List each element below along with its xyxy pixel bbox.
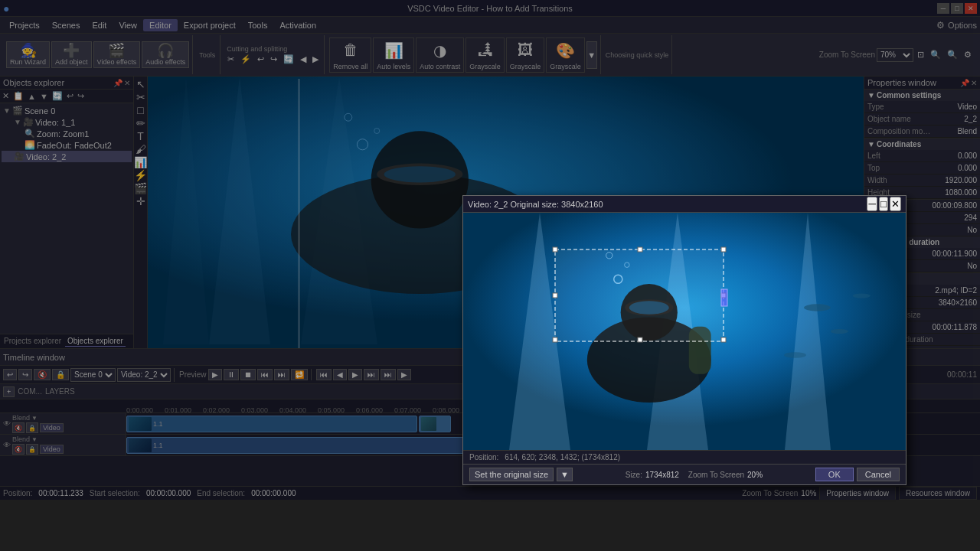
options-label[interactable]: Options [948,21,977,30]
projects-explorer-tab[interactable]: Projects explorer [2,336,64,347]
settings-button[interactable]: ⚙ [962,49,974,60]
auto-levels-button[interactable]: 📊 Auto levels [373,37,414,73]
cut-tool-3[interactable]: ↩ [255,54,266,65]
text-tool[interactable]: T [135,130,147,142]
menu-view[interactable]: View [113,19,143,31]
tl-loop-button[interactable]: 🔁 [291,369,308,380]
menu-export[interactable]: Export project [178,19,242,31]
objects-explorer-tab[interactable]: Objects explorer [65,336,126,347]
dialog-title-bar[interactable]: Video: 2_2 Original size: 3840x2160 ─ □ … [463,196,906,213]
zoom-select[interactable]: 70%50%100% [877,48,913,62]
tl-rewind-button[interactable]: ⏮ [257,369,273,380]
auto-contrast-button[interactable]: ◑ Auto contrast [416,37,464,73]
menu-activation[interactable]: Activation [273,19,322,31]
shape-tool[interactable]: □ [135,104,147,116]
tree-item-video22[interactable]: 🎥 Video: 2_2 [2,151,132,162]
properties-window-tab[interactable]: Properties window [819,487,896,500]
dialog-maximize-button[interactable]: □ [879,197,888,211]
track-1-dropdown[interactable]: ▼ [31,415,38,422]
dialog-close-button[interactable]: ✕ [890,197,901,211]
obj-refresh-button[interactable]: 🔄 [51,90,64,102]
coordinates-header[interactable]: ▼ Coordinates [864,139,980,150]
cut-tool-7[interactable]: ▶ [310,54,321,65]
track-1-clip-2[interactable] [419,416,451,432]
run-wizard-button[interactable]: 🧙 Run Wizard [6,41,50,68]
maximize-button[interactable]: □ [951,3,963,14]
menu-editor[interactable]: Editor [143,19,178,31]
cut-tool-2[interactable]: ⚡ [238,54,253,65]
scene-select[interactable]: Scene 0 [70,368,116,382]
cut-tool-5[interactable]: 🔄 [281,54,296,65]
obj-up-button[interactable]: ▲ [26,91,38,102]
audio-effects-button[interactable]: 🎧 Audio effects [142,41,189,68]
tl-lock-button[interactable]: 🔒 [52,369,69,380]
zoom-out-button[interactable]: 🔍 [928,49,943,60]
video-effects-button[interactable]: 🎬 Video effects [93,41,141,68]
tl-forward-button[interactable]: ⏭ [274,369,289,380]
obj-redo-button[interactable]: ↪ [76,90,86,102]
tl-step-button[interactable]: ⏭ [381,369,396,380]
grayscale-button-1[interactable]: 🏞 Grayscale [466,37,505,73]
paint-tool[interactable]: 🖌 [135,143,147,155]
add-object-button[interactable]: ➕ Add object [51,41,92,68]
prop-close-button[interactable]: ✕ [971,79,977,87]
track-2-lock-btn[interactable]: 🔒 [26,444,38,455]
grayscale-button-2[interactable]: 🖼 Grayscale [506,37,545,73]
tl-redo-button[interactable]: ↪ [18,369,32,380]
tl-end-button[interactable]: ⏭ [364,369,379,380]
obj-delete-button[interactable]: ✕ [1,90,11,102]
track-1-lock-btn[interactable]: 🔒 [26,422,38,433]
pen-tool[interactable]: ✏ [135,117,147,129]
track-2-blend[interactable]: Blend [12,435,30,443]
filter-more-button[interactable]: ▼ [586,41,597,69]
pointer-tool[interactable]: ↖ [135,78,147,90]
objects-pin-button[interactable]: 📌 [113,79,122,87]
dialog-cancel-button[interactable]: Cancel [857,468,900,481]
tree-item-scene0[interactable]: ▼ 🎬 Scene 0 [2,105,132,116]
chart-tool[interactable]: 📊 [135,156,147,168]
menu-edit[interactable]: Edit [86,19,113,31]
zoom-in-button[interactable]: 🔍 [945,49,960,60]
cut-tool-1[interactable]: ✂ [225,54,237,65]
tl-undo-button[interactable]: ↩ [3,369,17,380]
tl-play-button[interactable]: ▶ [208,369,222,380]
track-2-audio-btn[interactable]: 🔇 [12,444,24,455]
grayscale-button-3[interactable]: 🎨 Grayscale [546,37,585,73]
remove-all-button[interactable]: 🗑 Remove all [329,37,371,73]
crop-tool[interactable]: ✂ [135,91,147,103]
track-1-clip-1[interactable]: 1.1 [126,416,417,432]
tl-prev-button[interactable]: ◀ [333,369,347,380]
track-1-eye[interactable]: 👁 [3,419,11,428]
move-tool[interactable]: ✛ [135,195,147,207]
obj-undo-button[interactable]: ↩ [65,90,75,102]
cut-tool-4[interactable]: ↪ [268,54,279,65]
menu-projects[interactable]: Projects [3,19,46,31]
effect-tool[interactable]: ⚡ [135,169,147,181]
video-dialog[interactable]: Video: 2_2 Original size: 3840x2160 ─ □ … [462,195,906,485]
tl-pause-button[interactable]: ⏸ [224,369,239,380]
add-layer-button[interactable]: + [3,386,15,397]
obj-copy-button[interactable]: 📋 [11,90,25,102]
close-button[interactable]: ✕ [965,3,977,14]
tl-mute-button[interactable]: 🔇 [34,369,51,380]
tree-item-fadeout2[interactable]: 🌅 FadeOut: FadeOut2 [2,139,132,151]
video-select[interactable]: Video: 2_2 [117,368,171,382]
dialog-ok-button[interactable]: OK [815,468,854,481]
set-original-dropdown[interactable]: ▼ [557,468,573,481]
objects-close-button[interactable]: ✕ [124,79,130,87]
minimize-button[interactable]: ─ [937,3,949,14]
tl-start-button[interactable]: ⏮ [316,369,332,380]
tl-stop-button[interactable]: ⏹ [240,369,256,380]
cut-tool-6[interactable]: ◀ [298,54,309,65]
track-2-dropdown[interactable]: ▼ [31,436,38,443]
common-settings-header[interactable]: ▼ Common settings [864,90,980,101]
tl-next-button[interactable]: ▶ [348,369,362,380]
menu-scenes[interactable]: Scenes [46,19,87,31]
track-1-audio-btn[interactable]: 🔇 [12,422,24,433]
media-tool[interactable]: 🎬 [135,182,147,194]
resources-window-tab[interactable]: Resources window [899,487,977,500]
tree-item-video11[interactable]: ▼ 🎥 Video: 1_1 [2,116,132,128]
set-original-size-button[interactable]: Set the original size [469,468,554,481]
obj-down-button[interactable]: ▼ [38,91,50,102]
dialog-video-area[interactable] [463,213,906,450]
